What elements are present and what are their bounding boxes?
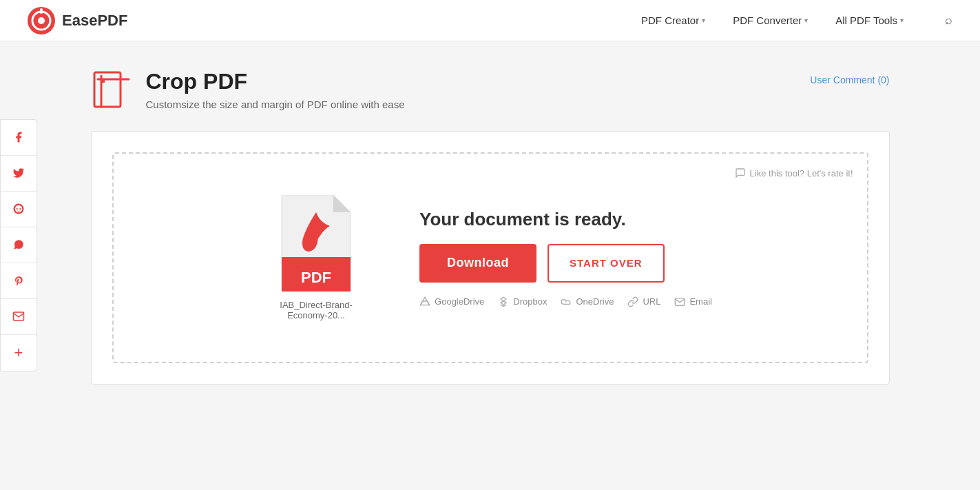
dashed-box: Like this tool? Let's rate it! PDF	[112, 152, 868, 363]
social-email[interactable]	[1, 299, 37, 335]
svg-text:PDF: PDF	[301, 269, 331, 286]
page-title-area: Crop PDF Customsize the size and margin …	[91, 69, 405, 110]
page-subtitle: Customsize the size and margin of PDF on…	[146, 99, 405, 110]
svg-rect-8	[94, 72, 121, 107]
action-buttons: Download START OVER	[419, 244, 665, 283]
social-sidebar: +	[0, 119, 37, 371]
share-options: GoogleDrive Dropbox OneDrive URL	[419, 296, 712, 307]
social-facebook[interactable]	[1, 120, 37, 156]
start-over-button[interactable]: START OVER	[548, 244, 665, 283]
chevron-down-icon: ▾	[900, 17, 904, 24]
nav-all-pdf-tools[interactable]: All PDF Tools ▾	[835, 14, 904, 26]
svg-point-7	[19, 208, 21, 210]
logo-icon	[28, 7, 55, 34]
ready-text: Your document is ready.	[419, 209, 626, 230]
search-icon[interactable]: ⌕	[945, 13, 952, 28]
chevron-down-icon: ▾	[804, 17, 808, 24]
url-icon	[627, 296, 638, 307]
page-title: Crop PDF	[146, 69, 405, 94]
main-nav: PDF Creator ▾ PDF Converter ▾ All PDF To…	[641, 13, 952, 28]
social-reddit[interactable]	[1, 192, 37, 227]
share-url[interactable]: URL	[627, 296, 660, 307]
logo-text: EasePDF	[62, 12, 127, 30]
onedrive-icon	[561, 296, 572, 307]
crop-pdf-icon	[91, 69, 132, 110]
logo-area[interactable]: EasePDF	[28, 7, 127, 34]
nav-pdf-converter[interactable]: PDF Converter ▾	[733, 14, 808, 26]
page-header: Crop PDF Customsize the size and margin …	[91, 69, 890, 110]
share-google-drive[interactable]: GoogleDrive	[419, 296, 484, 307]
header: EasePDF PDF Creator ▾ PDF Converter ▾ Al…	[0, 0, 980, 41]
comment-icon	[735, 167, 746, 178]
share-email[interactable]: Email	[674, 296, 712, 307]
social-pinterest[interactable]	[1, 263, 37, 299]
page-title-text: Crop PDF Customsize the size and margin …	[146, 69, 405, 110]
pdf-file-icon: PDF	[275, 195, 357, 292]
email-icon	[674, 296, 685, 307]
dropbox-icon	[498, 296, 509, 307]
download-button[interactable]: Download	[419, 244, 536, 283]
share-dropbox[interactable]: Dropbox	[498, 296, 547, 307]
user-comment-link[interactable]: User Comment (0)	[810, 74, 889, 85]
svg-point-6	[17, 208, 18, 210]
chevron-down-icon: ▾	[702, 17, 705, 24]
tool-card: Like this tool? Let's rate it! PDF	[91, 131, 890, 385]
svg-rect-3	[40, 8, 43, 14]
social-twitter[interactable]	[1, 156, 37, 192]
svg-rect-11	[101, 79, 105, 83]
social-more[interactable]: +	[1, 335, 37, 371]
rate-link[interactable]: Like this tool? Let's rate it!	[735, 167, 853, 178]
share-onedrive[interactable]: OneDrive	[561, 296, 614, 307]
social-whatsapp[interactable]	[1, 227, 37, 263]
document-ready-area: PDF IAB_Direct-Brand-Economy-20... Your …	[134, 181, 846, 334]
google-drive-icon	[419, 296, 430, 307]
pdf-filename: IAB_Direct-Brand-Economy-20...	[268, 300, 364, 320]
main-content: Crop PDF Customsize the size and margin …	[36, 41, 945, 412]
pdf-file-container: PDF IAB_Direct-Brand-Economy-20...	[268, 195, 364, 320]
ready-section: Your document is ready. Download START O…	[419, 209, 712, 307]
svg-point-2	[38, 17, 45, 24]
nav-pdf-creator[interactable]: PDF Creator ▾	[641, 14, 705, 26]
